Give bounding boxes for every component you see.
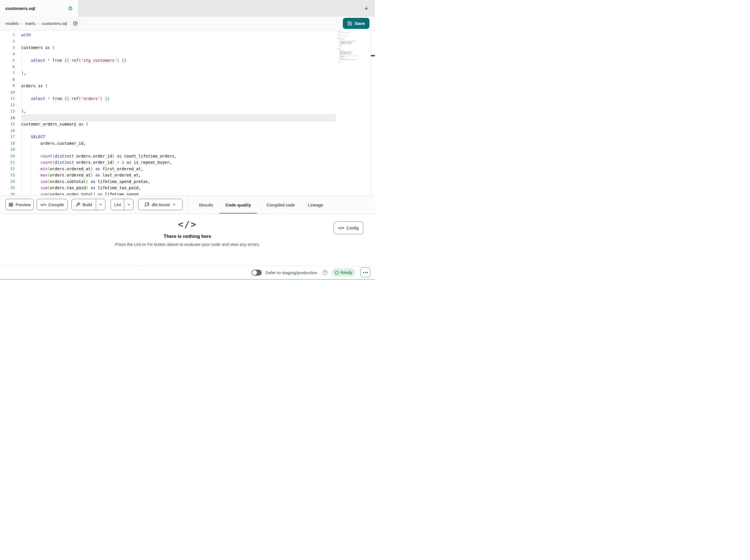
defer-toggle[interactable]: [252, 270, 262, 276]
code-icon: </>: [338, 226, 344, 230]
config-label: Config: [347, 226, 359, 230]
tab-lineage[interactable]: Lineage: [302, 195, 329, 214]
preview-button[interactable]: Preview: [5, 199, 34, 210]
dot-icon: [365, 272, 366, 273]
compile-button[interactable]: </> Compile: [37, 199, 68, 210]
chevron-down-icon: [127, 203, 131, 207]
panel-tabs: Results Code quality Compiled code Linea…: [188, 195, 375, 213]
save-button[interactable]: Save: [343, 18, 370, 29]
new-tab-button[interactable]: +: [362, 4, 371, 13]
dot-icon: [363, 272, 364, 273]
status-bar: Defer to staging/production ? Ready: [0, 265, 375, 279]
dbt-assist-button[interactable]: dbt Assist: [138, 199, 183, 210]
dot-icon: [367, 272, 368, 273]
editor-toolbar: Preview </> Compile Build Lint dbt A: [0, 195, 375, 214]
code-lines[interactable]: withcustomers as ( select * from {{ ref(…: [21, 32, 177, 195]
code-icon: </>: [40, 203, 46, 207]
wrench-icon: [76, 202, 80, 207]
breadcrumb: models › marts › customers.sql: [0, 17, 375, 30]
empty-state-subtitle: Press the Lint or Fix button above to ev…: [0, 242, 375, 247]
file-tab-title: customers.sql: [5, 6, 35, 11]
chevron-down-icon: [99, 203, 103, 207]
dbt-assist-label: dbt Assist: [152, 202, 170, 207]
lint-label: Lint: [114, 202, 121, 207]
build-dropdown-button[interactable]: [96, 199, 105, 210]
editor-scrollbar-track[interactable]: [370, 30, 375, 195]
lint-split-button: Lint: [111, 199, 134, 210]
lint-dropdown-button[interactable]: [124, 199, 133, 210]
code-quality-panel: </> There is nothing here Press the Lint…: [0, 214, 375, 265]
save-label: Save: [354, 21, 364, 26]
lint-button[interactable]: Lint: [111, 199, 124, 210]
build-label: Build: [82, 202, 92, 207]
compile-label: Compile: [48, 202, 64, 207]
empty-state: </> There is nothing here Press the Lint…: [0, 219, 375, 247]
dbt-ide-window: customers.sql + models › marts › custome…: [0, 0, 375, 280]
breadcrumb-models[interactable]: models: [5, 21, 19, 26]
empty-state-title: There is nothing here: [0, 234, 375, 239]
defer-label: Defer to staging/production: [265, 270, 317, 275]
build-button[interactable]: Build: [72, 199, 96, 210]
tab-results[interactable]: Results: [194, 195, 218, 214]
config-button[interactable]: </> Config: [333, 222, 363, 234]
table-icon: [8, 202, 13, 207]
breadcrumb-separator: ›: [38, 21, 39, 26]
editor-scrollbar-thumb[interactable]: [371, 55, 375, 56]
ready-label: Ready: [340, 270, 353, 275]
compass-icon: [73, 21, 78, 26]
ready-ring-icon: [335, 271, 339, 274]
save-icon: [347, 21, 352, 26]
sql-code-editor[interactable]: 1234567891011121314151617181920212223242…: [0, 30, 375, 195]
unsaved-changes-dot-icon: [68, 6, 72, 10]
editor-minimap[interactable]: with customers as ( select * from {{ ref…: [337, 30, 370, 195]
tabbar-divider: [358, 0, 358, 17]
preview-label: Preview: [16, 202, 31, 207]
tab-compiled-code[interactable]: Compiled code: [260, 195, 301, 214]
assist-icon: [145, 202, 150, 207]
breadcrumb-file[interactable]: customers.sql: [42, 21, 67, 26]
help-icon[interactable]: ?: [322, 270, 328, 275]
tab-bar: customers.sql +: [0, 0, 375, 17]
breadcrumb-separator: ›: [21, 21, 23, 26]
toggle-knob: [252, 270, 257, 275]
more-options-button[interactable]: [360, 267, 370, 277]
file-info-button[interactable]: [71, 19, 80, 28]
line-number-gutter: 1234567891011121314151617181920212223242…: [0, 32, 15, 195]
tab-code-quality[interactable]: Code quality: [219, 195, 257, 214]
minimap-code: with customers as ( select * from {{ ref…: [337, 30, 343, 62]
code-slash-icon: </>: [0, 219, 375, 230]
window-bottom-edge: [0, 279, 375, 280]
build-split-button: Build: [72, 199, 105, 210]
file-tab-customers-sql[interactable]: customers.sql: [0, 0, 79, 17]
chevron-down-icon: [172, 203, 176, 207]
status-badge: Ready: [332, 269, 355, 276]
breadcrumb-marts[interactable]: marts: [25, 21, 35, 26]
